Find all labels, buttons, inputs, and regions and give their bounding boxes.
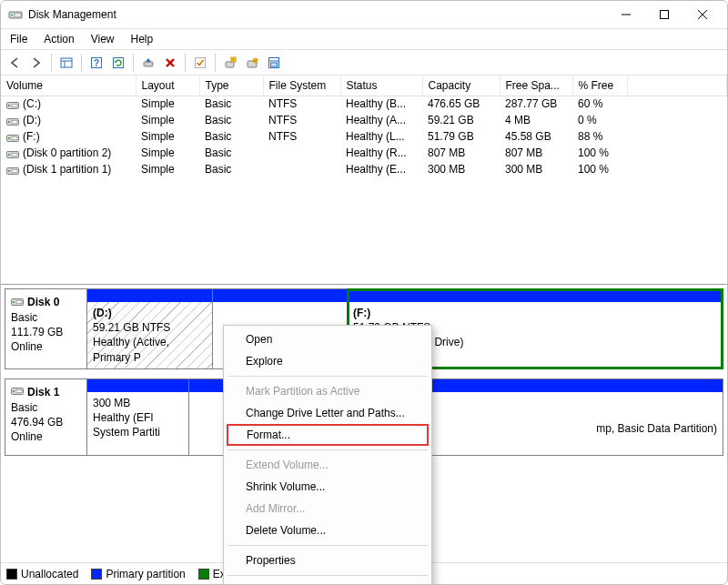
window-title: Disk Management — [28, 8, 607, 21]
svg-rect-17 — [226, 62, 234, 67]
partition-size: 300 MB — [93, 396, 183, 410]
cell-status: Healthy (E... — [340, 161, 422, 177]
partition-stripe — [348, 289, 723, 302]
cell-status: Healthy (B... — [340, 96, 422, 112]
cell-fs: NTFS — [263, 96, 340, 112]
cell-layout: Simple — [136, 112, 199, 128]
cell-volume: (F:) — [1, 128, 136, 145]
svg-point-28 — [8, 105, 10, 106]
cell-status: Healthy (A... — [340, 112, 422, 128]
col-volume[interactable]: Volume — [1, 76, 136, 96]
cell-status: Healthy (R... — [340, 145, 422, 161]
context-menu-item[interactable]: Help — [226, 580, 430, 585]
menu-help[interactable]: Help — [124, 31, 161, 47]
cell-volume: (C:) — [1, 96, 136, 112]
drive-icon — [6, 166, 19, 175]
partition[interactable]: (D:)59.21 GB NTFSHealthy (Active, Primar… — [87, 289, 213, 368]
volume-list: Volume Layout Type File System Status Ca… — [1, 76, 727, 285]
disk-status: Online — [11, 429, 81, 444]
cell-capacity: 51.79 GB — [422, 128, 500, 145]
partition-status: Healthy (EFI System Partiti — [93, 410, 183, 439]
menu-action[interactable]: Action — [36, 31, 81, 47]
maximize-button[interactable] — [645, 2, 683, 27]
table-row[interactable]: (Disk 0 partition 2)SimpleBasicHealthy (… — [1, 145, 727, 161]
context-menu-separator — [228, 376, 428, 377]
drive-icon — [11, 296, 24, 310]
disk-type: Basic — [11, 310, 81, 325]
minimize-button[interactable] — [607, 2, 645, 27]
cell-pct: 60 % — [572, 96, 627, 112]
svg-point-34 — [8, 137, 10, 139]
context-menu-item[interactable]: Explore — [226, 350, 430, 372]
attach-vhd-icon[interactable] — [242, 53, 262, 73]
new-volume-icon[interactable] — [220, 53, 240, 73]
menubar: File Action View Help — [1, 28, 727, 50]
table-row[interactable]: (F:)SimpleBasicNTFSHealthy (L...51.79 GB… — [1, 128, 727, 145]
svg-rect-33 — [12, 136, 17, 139]
properties-check-icon[interactable] — [190, 53, 210, 73]
context-menu: OpenExploreMark Partition as ActiveChang… — [223, 325, 432, 585]
table-row[interactable]: (C:)SimpleBasicNTFSHealthy (B...476.65 G… — [1, 96, 727, 112]
col-type[interactable]: Type — [199, 76, 263, 96]
delete-icon[interactable] — [160, 53, 180, 73]
disk-info[interactable]: Disk 0Basic111.79 GBOnline — [5, 289, 87, 368]
help-icon[interactable]: ? — [86, 53, 106, 73]
context-menu-item: Extend Volume... — [226, 454, 430, 476]
cell-layout: Simple — [136, 145, 199, 161]
col-capacity[interactable]: Capacity — [422, 76, 500, 96]
context-menu-separator — [228, 545, 428, 546]
cell-capacity: 300 MB — [422, 161, 500, 177]
col-layout[interactable]: Layout — [136, 76, 199, 96]
col-pctfree[interactable]: % Free — [572, 76, 627, 96]
disk-info[interactable]: Disk 1Basic476.94 GBOnline — [5, 379, 87, 455]
svg-rect-4 — [661, 11, 669, 19]
close-button[interactable] — [683, 2, 722, 27]
context-menu-item[interactable]: Format... — [227, 424, 429, 446]
context-menu-item[interactable]: Delete Volume... — [226, 519, 430, 541]
disk-status: Online — [11, 339, 81, 354]
svg-point-31 — [8, 121, 10, 123]
refresh-icon[interactable] — [108, 53, 128, 73]
detach-vhd-icon[interactable] — [264, 53, 284, 73]
menu-file[interactable]: File — [3, 31, 35, 47]
partition[interactable]: 300 MBHealthy (EFI System Partiti — [87, 379, 189, 455]
context-menu-item[interactable]: Open — [226, 328, 430, 350]
partition-size: 59.21 GB NTFS — [93, 320, 207, 335]
svg-rect-12 — [114, 57, 124, 67]
cell-type: Basic — [199, 112, 263, 128]
drive-icon — [6, 100, 19, 109]
svg-rect-36 — [12, 153, 17, 156]
svg-point-40 — [8, 170, 10, 172]
nav-back-icon[interactable] — [5, 53, 25, 73]
cell-pct: 88 % — [572, 128, 627, 145]
svg-rect-16 — [196, 57, 206, 67]
svg-text:?: ? — [94, 58, 99, 68]
menu-view[interactable]: View — [84, 31, 122, 47]
table-row[interactable]: (D:)SimpleBasicNTFSHealthy (A...59.21 GB… — [1, 112, 727, 128]
cell-layout: Simple — [136, 161, 199, 177]
cell-pct: 0 % — [572, 112, 627, 128]
context-menu-item[interactable]: Change Drive Letter and Paths... — [226, 402, 430, 424]
cell-volume: (Disk 1 partition 1) — [1, 161, 136, 177]
show-hide-tree-icon[interactable] — [56, 53, 76, 73]
col-filesystem[interactable]: File System — [263, 76, 340, 96]
col-status[interactable]: Status — [340, 76, 422, 96]
cell-free: 4 MB — [500, 112, 572, 128]
disk-name: Disk 1 — [27, 386, 59, 398]
context-menu-item[interactable]: Properties — [226, 550, 430, 571]
drive-icon — [6, 116, 19, 126]
drive-icon — [6, 149, 19, 158]
partition-stripe — [213, 289, 347, 302]
table-row[interactable]: (Disk 1 partition 1)SimpleBasicHealthy (… — [1, 161, 727, 177]
legend-swatch — [6, 569, 17, 580]
disk-size: 476.94 GB — [11, 415, 81, 429]
svg-point-37 — [8, 154, 10, 156]
nav-forward-icon[interactable] — [26, 53, 46, 73]
context-menu-item[interactable]: Shrink Volume... — [226, 476, 430, 498]
eject-icon[interactable] — [138, 53, 158, 73]
cell-free: 807 MB — [500, 145, 572, 161]
col-freespace[interactable]: Free Spa... — [500, 76, 572, 96]
drive-icon — [11, 385, 24, 399]
legend-item: Primary partition — [91, 568, 185, 580]
cell-volume: (Disk 0 partition 2) — [1, 145, 136, 161]
